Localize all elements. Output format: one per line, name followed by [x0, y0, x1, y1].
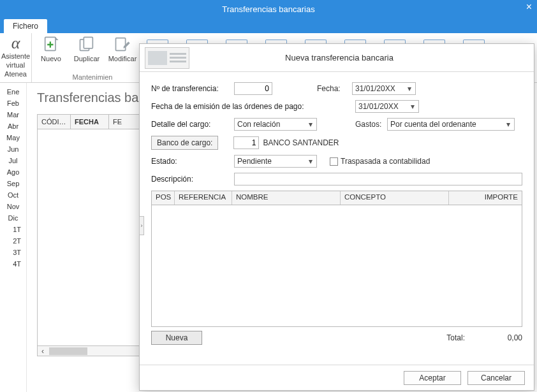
cancelar-button[interactable]: Cancelar: [467, 371, 525, 385]
nueva-row-button[interactable]: Nueva: [151, 331, 202, 345]
banco-cargo-button[interactable]: Banco de cargo:: [151, 136, 218, 150]
descripcion-label: Descripción:: [151, 175, 234, 184]
ribbon-assistant[interactable]: α Asistente virtual Atenea: [0, 33, 32, 82]
period-ene[interactable]: Ene: [0, 88, 26, 96]
total-value: 0,00: [478, 333, 522, 342]
gastos-select[interactable]: Por cuenta del ordenante ▾: [387, 118, 515, 131]
estado-select[interactable]: Pendiente ▾: [234, 155, 317, 168]
duplicate-icon: [78, 36, 96, 54]
th-referencia[interactable]: REFERENCIA: [175, 191, 232, 205]
col-fecha[interactable]: FECHA: [71, 115, 109, 129]
new-icon: [42, 36, 60, 54]
banco-cargo-num-input[interactable]: [233, 136, 259, 149]
period-jul[interactable]: Jul: [0, 157, 26, 164]
period-1t[interactable]: 1T: [0, 226, 26, 233]
descripcion-input[interactable]: [234, 173, 522, 185]
tab-fichero[interactable]: Fichero: [4, 19, 47, 33]
modal-nueva-transferencia: › Nueva transferencia bancaria Nº de tra…: [139, 43, 534, 391]
scroll-left-icon[interactable]: ‹: [38, 347, 48, 356]
edit-icon: [114, 36, 131, 54]
fecha-emision-label: Fecha de la emisión de las órdenes de pa…: [151, 102, 317, 111]
fecha-label: Fecha:: [317, 84, 352, 93]
ribbon-group-mant: Nuevo Duplicar Modificar E Mantenimien: [32, 33, 153, 82]
svg-rect-3: [116, 38, 126, 51]
th-concepto[interactable]: CONCEPTO: [341, 191, 449, 205]
modificar-label: Modificar: [108, 55, 137, 62]
detalle-cargo-value: Con relación: [237, 120, 280, 129]
period-ago[interactable]: Ago: [0, 168, 26, 176]
modal-table-body[interactable]: [152, 205, 522, 326]
period-nov[interactable]: Nov: [0, 203, 26, 210]
detalle-cargo-label: Detalle del cargo:: [151, 120, 234, 129]
banco-cargo-name: BANCO SANTANDER: [263, 138, 339, 147]
fecha-emision-select[interactable]: 31/01/20XX ▾: [355, 100, 419, 113]
th-importe[interactable]: IMPORTE: [449, 191, 522, 205]
period-may[interactable]: May: [0, 134, 26, 142]
nuevo-label: Nuevo: [41, 55, 61, 62]
caret-down-icon: ▾: [504, 120, 513, 129]
col-fe[interactable]: FE: [109, 115, 129, 129]
tabstrip: Fichero: [0, 18, 537, 33]
ribbon-group-label: Mantenimien: [32, 73, 153, 82]
period-sidebar: Ene Feb Mar Abr May Jun Jul Ago Sep Oct …: [0, 83, 27, 392]
modal-table: POS REFERENCIA NOMBRE CONCEPTO IMPORTE: [151, 191, 522, 327]
modal-icon: [145, 47, 189, 69]
caret-down-icon: ▾: [306, 157, 315, 166]
period-oct[interactable]: Oct: [0, 191, 26, 199]
aceptar-button[interactable]: Aceptar: [404, 371, 461, 385]
th-pos[interactable]: POS: [152, 191, 175, 205]
caret-down-icon: ▾: [306, 120, 315, 129]
period-sep[interactable]: Sep: [0, 180, 26, 187]
col-codigo[interactable]: CÓDI…: [38, 115, 71, 129]
estado-label: Estado:: [151, 157, 234, 166]
num-transfer-label: Nº de transferencia:: [151, 84, 234, 93]
estado-value: Pendiente: [237, 157, 272, 166]
period-dic[interactable]: Dic: [0, 214, 26, 222]
num-transfer-input[interactable]: [234, 82, 272, 95]
total-label: Total:: [446, 333, 465, 342]
scroll-thumb[interactable]: [49, 347, 87, 355]
period-abr[interactable]: Abr: [0, 122, 26, 130]
duplicar-button[interactable]: Duplicar: [71, 36, 102, 62]
modificar-button[interactable]: Modificar: [107, 36, 138, 62]
traspasada-checkbox[interactable]: Traspasada a contabilidad: [330, 157, 430, 166]
modal-footer: Aceptar Cancelar: [140, 365, 534, 390]
assistant-label2: virtual: [6, 61, 25, 69]
fecha-value: 31/01/20XX: [355, 84, 395, 93]
expand-handle[interactable]: ›: [139, 216, 144, 235]
caret-down-icon: ▾: [405, 84, 414, 93]
close-icon[interactable]: ×: [526, 1, 532, 13]
fecha-emision-value: 31/01/20XX: [358, 102, 399, 111]
period-jun[interactable]: Jun: [0, 145, 26, 153]
window-title: Transferencias bancarias: [222, 4, 314, 14]
assistant-icon: α: [11, 36, 20, 51]
nuevo-button[interactable]: Nuevo: [36, 36, 66, 62]
checkbox-icon: [330, 157, 338, 166]
gastos-label: Gastos:: [355, 120, 387, 129]
period-feb[interactable]: Feb: [0, 99, 26, 107]
period-2t[interactable]: 2T: [0, 237, 26, 245]
caret-down-icon: ▾: [408, 102, 417, 111]
assistant-label1: Asistente: [1, 52, 30, 60]
gastos-value: Por cuenta del ordenante: [390, 120, 476, 129]
titlebar: Transferencias bancarias ×: [0, 0, 537, 18]
detalle-cargo-select[interactable]: Con relación ▾: [234, 118, 317, 131]
modal-header: Nueva transferencia bancaria: [140, 44, 534, 72]
duplicar-label: Duplicar: [74, 55, 99, 62]
th-nombre[interactable]: NOMBRE: [232, 191, 341, 205]
period-3t[interactable]: 3T: [0, 249, 26, 256]
assistant-label3: Atenea: [4, 70, 27, 78]
period-4t[interactable]: 4T: [0, 260, 26, 268]
modal-title: Nueva transferencia bancaria: [195, 53, 484, 62]
svg-rect-2: [84, 37, 92, 48]
traspasada-label: Traspasada a contabilidad: [341, 157, 430, 166]
modal-body: Nº de transferencia: Fecha: 31/01/20XX ▾…: [140, 72, 534, 365]
fecha-select[interactable]: 31/01/20XX ▾: [352, 82, 416, 95]
period-mar[interactable]: Mar: [0, 111, 26, 119]
